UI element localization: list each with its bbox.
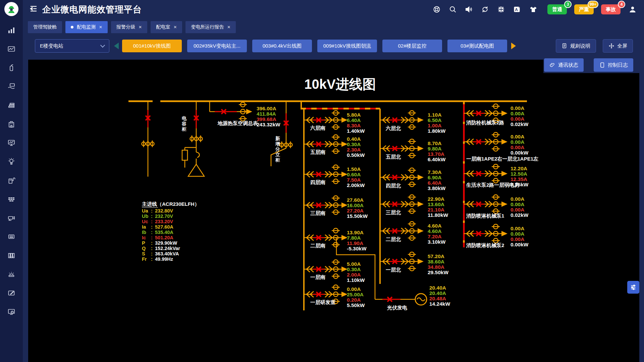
feeder-value: 27.60A: [347, 197, 364, 203]
feeder-value: 38.60A: [428, 259, 444, 264]
feeder-value: 0.00kW: [511, 242, 529, 247]
user-icon[interactable]: [629, 5, 637, 13]
alert-count-badge: 4: [618, 1, 625, 8]
diagram-button-5[interactable]: 03#测试配电图: [447, 40, 507, 52]
building-icon[interactable]: [7, 120, 15, 128]
feeder-label: 三层北: [386, 209, 401, 215]
extinguisher-icon[interactable]: [7, 64, 15, 72]
meter-row-value: 152.24kVar: [155, 246, 180, 251]
billing-icon[interactable]: [7, 82, 15, 90]
feeder-value: 7.80A: [347, 235, 361, 241]
feeder-value: 9.80A: [428, 146, 441, 152]
theme-shirt-icon[interactable]: [529, 5, 537, 13]
menu-fold-icon[interactable]: [30, 5, 38, 14]
feeder-value: 6.40kW: [428, 157, 446, 162]
meter-row-label: Ub: [142, 214, 148, 219]
tab-close-icon[interactable]: ✕: [139, 25, 142, 29]
ev-charger-icon[interactable]: [7, 176, 15, 184]
capacitor-cabinet-label: 电容柜: [181, 116, 187, 132]
comm-status-button[interactable]: 通讯状态: [544, 58, 584, 72]
feeder-value: 0.00kW: [511, 150, 529, 156]
tab-4[interactable]: 变电所运行报告✕: [185, 21, 236, 33]
feeder-value: 243.32kW: [257, 122, 280, 127]
rules-button[interactable]: 规则说明: [556, 39, 596, 53]
feeder-value: 6.90A: [428, 175, 441, 180]
alarm-icon[interactable]: +: [7, 270, 15, 278]
diagram-button-list: 001#10kV接线图002#35kV变电站主...003#0.4kV出线图00…: [122, 40, 507, 52]
meter-row-colon: :: [151, 219, 153, 224]
rules-button-label: 规则说明: [570, 43, 590, 49]
search-icon[interactable]: [449, 5, 457, 13]
bar-chart-icon[interactable]: [7, 26, 15, 34]
logbook-icon: [599, 62, 605, 68]
trend-chart-icon[interactable]: [7, 45, 15, 53]
tab-label: 配电室: [156, 24, 170, 30]
meter-row-value: 232.70V: [155, 214, 173, 219]
edit-icon[interactable]: [7, 289, 15, 297]
alert-button-1[interactable]: 严重99+: [574, 4, 594, 14]
feeder-value: 0.00A: [511, 201, 524, 207]
scroll-right-arrow[interactable]: [511, 43, 516, 49]
diagram-button-0[interactable]: 001#10kV接线图: [122, 40, 182, 52]
layer-settings-button[interactable]: [627, 281, 639, 294]
alert-button-2[interactable]: 事故4: [601, 4, 621, 14]
control-log-button[interactable]: 控制日志: [594, 58, 633, 72]
comm-status-label: 通讯状态: [558, 62, 578, 68]
feeder-value: 1.10kW: [347, 277, 365, 283]
monitor-chart-icon[interactable]: [7, 139, 15, 147]
feeder-value: 2.00kW: [347, 182, 365, 188]
refresh-icon[interactable]: [481, 5, 489, 13]
sld-canvas: 10kV进线图电容柜地源热泵空调总表396.00A411.84A399.68A2…: [28, 60, 639, 362]
diagram-button-4[interactable]: 02#楼层监控: [382, 40, 442, 52]
feeder-value: 0.00A: [511, 207, 524, 213]
app-logo[interactable]: [4, 2, 18, 16]
archive-icon[interactable]: [7, 251, 15, 259]
documents-icon[interactable]: [7, 101, 15, 109]
worker-logo-icon: [6, 3, 17, 15]
tab-1[interactable]: 配电监测✕: [65, 21, 108, 33]
feeder-label: 一层南: [310, 274, 325, 280]
meter-row-colon: :: [151, 224, 153, 230]
toolbar: E楼变电站 001#10kV接线图002#35kV变电站主...003#0.4k…: [23, 35, 644, 57]
tab-label: 管理驾驶舱: [33, 24, 57, 30]
diagram-button-1[interactable]: 002#35kV变电站主...: [187, 40, 247, 52]
pump-label: 消防喷淋机械泵2: [466, 242, 504, 248]
feeder-label: 五层南: [310, 149, 325, 155]
bulb-icon[interactable]: [7, 158, 15, 166]
feeder-value: 0.30A: [347, 266, 361, 272]
feeder-value: 13.90A: [347, 230, 364, 235]
data-grid-icon[interactable]: [7, 195, 15, 203]
tab-close-icon[interactable]: ✕: [99, 25, 102, 29]
station-select[interactable]: E楼变电站: [35, 39, 109, 53]
meter-row-label: Q: [142, 246, 146, 251]
feeder-label: 三层南: [310, 210, 325, 216]
feeder-value: 0.00A: [511, 111, 524, 116]
meter-row-colon: :: [151, 251, 153, 256]
feeder-value: 1.00A: [428, 123, 441, 128]
feeder-value: 6.40A: [428, 180, 441, 186]
fullscreen-button[interactable]: 全屏: [603, 39, 633, 53]
volume-icon[interactable]: [465, 5, 473, 13]
meter-row-colon: :: [151, 214, 153, 219]
camera-icon[interactable]: [7, 214, 15, 222]
tab-2[interactable]: 报警分级✕: [111, 21, 147, 33]
alert-count-badge: 3: [564, 1, 572, 8]
compress-icon[interactable]: [497, 5, 505, 13]
alert-button-0[interactable]: 普通3: [547, 4, 567, 14]
translate-icon[interactable]: A *: [513, 5, 521, 13]
system-settings-icon[interactable]: [7, 308, 15, 316]
tab-close-icon[interactable]: ✕: [227, 25, 230, 29]
tab-3[interactable]: 配电室✕: [151, 21, 182, 33]
feeder-value: 12.20A: [511, 166, 527, 171]
diagram-button-2[interactable]: 003#0.4kV出线图: [252, 40, 312, 52]
scroll-left-arrow[interactable]: [114, 43, 119, 49]
feeder-value: 3.80kW: [428, 185, 446, 191]
feeder-value: 22.90A: [428, 196, 444, 202]
feeder-value: 5.00A: [347, 261, 361, 267]
tab-0[interactable]: 管理驾驶舱: [28, 21, 62, 33]
main-meter-title: 主进线（ACR230ELFH）: [142, 201, 200, 207]
access-panel-icon[interactable]: [7, 233, 15, 241]
help-lifebuoy-icon[interactable]: [433, 5, 441, 13]
tab-close-icon[interactable]: ✕: [173, 25, 177, 29]
diagram-button-3[interactable]: 009#10kV接线图朝流: [317, 40, 377, 52]
